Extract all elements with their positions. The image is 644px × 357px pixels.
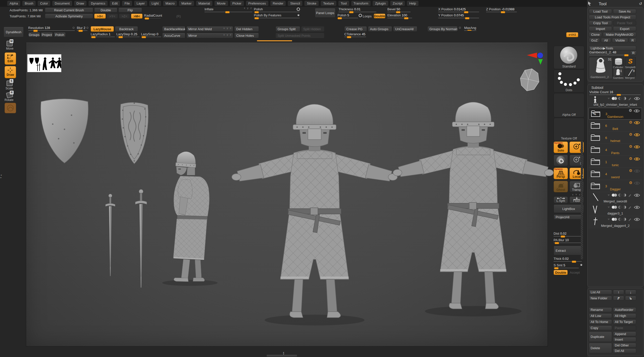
scroll-arrows[interactable]: ▲▼ [283, 351, 285, 355]
accept-button[interactable]: Accept [570, 271, 580, 274]
lazymouse-button[interactable]: LazyMouse [91, 26, 114, 32]
subtool-item-belt[interactable]: 6 ⚙ Belt [589, 120, 642, 132]
menu-draw[interactable]: Draw [74, 1, 87, 6]
thickness-slider[interactable]: Thickness 0.01 [338, 7, 376, 12]
sword-small[interactable] [104, 187, 117, 286]
lsym-button[interactable]: L.Sym [554, 196, 568, 203]
auto-groups-button[interactable]: Auto Groups [368, 26, 392, 32]
backfacemask-button[interactable]: BackfaceMask [162, 26, 185, 32]
menu-alpha[interactable]: Alpha [7, 1, 20, 6]
split-hidden-button[interactable]: Split Hidden [301, 26, 324, 32]
menu-preferences[interactable]: Preferences [246, 1, 268, 6]
ghost-button[interactable]: Ghost [554, 181, 568, 192]
menu-layer[interactable]: Layer [134, 1, 147, 6]
menu-color[interactable]: Color [38, 1, 50, 6]
subtool-item-sword[interactable]: 4 ⚙ sword [589, 168, 642, 180]
menu-help[interactable]: Help [407, 1, 419, 6]
delete-button[interactable]: Delete [589, 343, 612, 353]
active-tool-slider[interactable]: Gambeson1_2. 48 [589, 50, 629, 55]
shield-plain[interactable] [36, 96, 93, 166]
del-other-button[interactable]: Del Other [613, 343, 636, 348]
projectall-button[interactable]: ProjectAll [554, 215, 582, 220]
split-unmasked-points-button[interactable]: Split Unmasked Points [276, 33, 324, 38]
move-out-folder-button[interactable]: ↱ [613, 296, 624, 301]
knight-side-view[interactable] [157, 99, 233, 342]
lazysnap-slider[interactable]: LazySnap 0 [141, 32, 161, 37]
menu-zplugin[interactable]: Zplugin [372, 1, 388, 6]
dist-slider[interactable]: Dist 0.02 [554, 232, 582, 236]
project-button[interactable]: Project [41, 32, 53, 37]
s-smt-toggle[interactable] [580, 264, 582, 266]
eye-icon[interactable] [634, 157, 640, 161]
gear-icon[interactable]: ⚙ [629, 120, 632, 124]
polish-crisp-slider[interactable]: Polish 5 [337, 13, 358, 18]
solo-button[interactable]: Dynamic Solo [554, 141, 568, 153]
alpha-tile[interactable]: Alpha Off [554, 93, 584, 117]
all-high-button[interactable]: All High [613, 313, 636, 318]
move-into-folder-button[interactable]: ↳ [625, 296, 636, 301]
menu-movie[interactable]: Movie [214, 1, 228, 6]
menu-material[interactable]: Material [196, 1, 213, 6]
merged-thumbnail[interactable]: 9 [625, 68, 636, 77]
mirror-button[interactable]: Mirrorx y z [186, 33, 233, 38]
polish-button[interactable]: Polish [54, 32, 66, 37]
menu-zscript[interactable]: Zscript [390, 1, 405, 6]
eye-icon[interactable] [634, 205, 640, 209]
subtool-item-merged-sword8[interactable]: Merged_sword8 [589, 192, 642, 204]
simplebrush-thumbnail[interactable]: S [625, 57, 636, 66]
dynamesh-button[interactable]: DynaMesh [4, 27, 24, 37]
visible-count-slider[interactable]: Visible Count 16 [589, 90, 641, 95]
menu-dynamics[interactable]: Dynamics [88, 1, 108, 6]
inflate-slider[interactable]: Inflate x y z [205, 7, 252, 12]
z-position-slider[interactable]: Z Position -0.01988 [486, 7, 517, 12]
append-button[interactable]: Append [613, 332, 636, 336]
goz-button[interactable]: GoZ [589, 38, 600, 43]
panel-divider-handle[interactable]: ◂▸ [1, 174, 2, 179]
lightbox-tools-button[interactable]: Lightbox▶Tools [589, 46, 636, 51]
del-all-button[interactable]: Del All [613, 348, 636, 353]
close-holes-button[interactable]: Close Holes [234, 33, 259, 38]
symmetry-z-button[interactable]: >Z< [119, 14, 130, 19]
menu-marker[interactable]: Marker [179, 1, 194, 6]
uncreaseall-button[interactable]: UnCreaseAll [393, 26, 417, 32]
subtool-item-pants[interactable]: 4 ⚙ Pants [589, 144, 642, 156]
double-mode-button[interactable]: Double [374, 14, 385, 18]
stroke-tile[interactable]: Dots [554, 69, 584, 93]
gear-icon[interactable]: ⚙ [629, 145, 632, 149]
subtool-item-dagger3-1[interactable]: dagger3_1 [589, 204, 642, 216]
pa-blur-slider[interactable]: PA Blur 10 [554, 238, 582, 243]
paste-tool-button[interactable]: Paste Tool [613, 21, 636, 25]
eye-icon[interactable] [634, 181, 640, 185]
polish-by-features-slider[interactable]: Polish By Features [254, 13, 300, 18]
groups-by-normals-toggle[interactable] [459, 27, 461, 29]
blur-slider[interactable]: Blur 2 [77, 26, 87, 31]
subtool-mode-icons[interactable] [607, 218, 633, 221]
menu-light[interactable]: Light [149, 1, 161, 6]
flip-button[interactable]: Flip [118, 8, 142, 13]
subtool-item-helmet[interactable]: 6 ⚙ helmet [589, 132, 642, 144]
insert-button[interactable]: Insert [613, 337, 636, 342]
menu-file[interactable]: File [122, 1, 132, 6]
reset-current-brush-button[interactable]: Reset Current Brush [45, 8, 93, 13]
draw-tool[interactable]: Draw [5, 66, 16, 78]
shield-riveted[interactable] [117, 97, 152, 174]
persp-button[interactable]: Dynamic Persp [554, 168, 568, 179]
menu-document[interactable]: Document [52, 1, 72, 6]
rename-button[interactable]: Rename [589, 307, 612, 312]
accucurve-button[interactable]: AccuCurve [162, 33, 185, 38]
new-folder-button[interactable]: New Folder [589, 296, 612, 301]
active-tool-thumbnail[interactable]: 31 Gambeson1_2 [589, 57, 613, 79]
menu-stencil[interactable]: Stencil [288, 1, 302, 6]
list-all-button[interactable]: List All [589, 290, 612, 295]
duplicate-button[interactable]: Duplicate [589, 332, 612, 342]
panel-loops-button[interactable]: Panel Loops [315, 8, 335, 18]
subtool-item-unit[interactable]: unit_fp2_christian_iberian_infant [589, 96, 642, 108]
groups-split-button[interactable]: Groups Split [276, 26, 300, 32]
extract-button[interactable]: Extract [554, 246, 582, 255]
menu-picker[interactable]: Picker [230, 1, 244, 6]
all-to-target-button[interactable]: All To Target [613, 319, 636, 324]
sword-large[interactable] [132, 188, 150, 292]
blur-toggle[interactable] [86, 27, 88, 29]
texture-tile[interactable]: Texture Off [554, 118, 584, 141]
horizontal-scrollbar[interactable] [266, 354, 297, 357]
